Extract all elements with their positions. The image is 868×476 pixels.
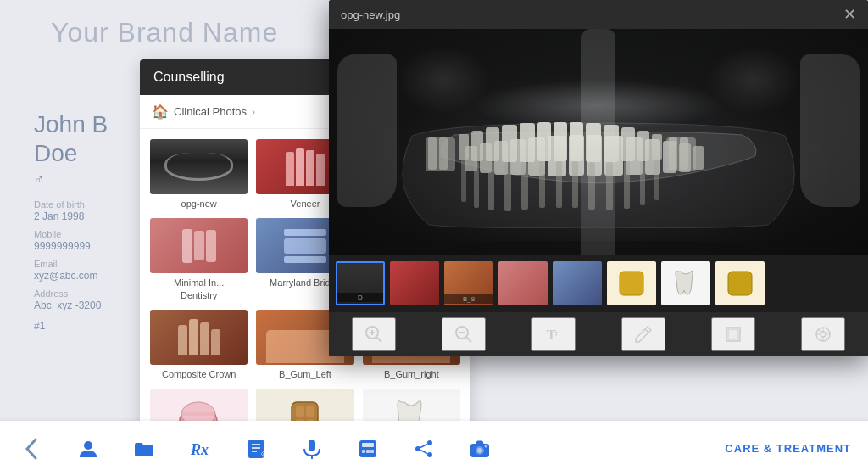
crop-icon [723, 324, 743, 344]
svg-rect-44 [521, 162, 528, 210]
grid-label-veneer: Veneer [291, 198, 320, 210]
close-button[interactable]: ✕ [843, 7, 856, 22]
patient-id: #1 [34, 320, 144, 332]
svg-rect-30 [502, 125, 517, 162]
viewer-thumb-2[interactable]: B_8 [444, 261, 493, 305]
settings-button[interactable] [801, 317, 845, 351]
svg-line-97 [420, 444, 427, 447]
grid-label-minimal: Minimal In...Dentistry [174, 277, 224, 301]
svg-rect-55 [439, 137, 448, 170]
svg-point-96 [427, 452, 432, 457]
svg-rect-5 [306, 406, 314, 417]
zoom-out-icon [453, 324, 474, 344]
patient-sidebar: John B Doe ♂ Date of birth 2 Jan 1998 Mo… [34, 110, 144, 332]
svg-text:Rx: Rx [190, 441, 209, 458]
svg-rect-90 [362, 443, 374, 447]
tooth-gold2-svg [723, 266, 757, 300]
viewer-thumb-7[interactable] [715, 261, 765, 305]
mobile-label: Mobile [34, 229, 144, 239]
svg-rect-43 [504, 162, 511, 211]
svg-rect-57 [669, 137, 677, 170]
xray-panoramic [329, 29, 868, 255]
rx-icon: Rx [189, 438, 211, 460]
rx-button[interactable]: Rx [185, 434, 215, 464]
svg-rect-49 [606, 162, 613, 210]
address-value: Abc, xyz -3200 [34, 300, 144, 311]
svg-rect-35 [586, 123, 601, 162]
svg-rect-31 [520, 123, 535, 162]
mic-button[interactable] [297, 434, 327, 464]
svg-rect-34 [570, 122, 583, 161]
thumb-label-2: B_8 [444, 294, 493, 304]
svg-line-66 [467, 338, 472, 343]
svg-rect-39 [652, 134, 662, 160]
note-button[interactable] [241, 434, 271, 464]
tooth-svg-icon [615, 266, 648, 300]
crop-button[interactable] [711, 317, 755, 351]
viewer-thumb-4[interactable] [553, 261, 602, 305]
svg-rect-93 [370, 450, 374, 453]
svg-rect-28 [471, 131, 483, 161]
viewer-toolbar: T r [329, 312, 868, 356]
home-icon[interactable]: 🏠 [152, 104, 169, 120]
calculator-icon [357, 438, 379, 460]
svg-rect-83 [248, 440, 264, 458]
grid-item-opg[interactable]: opg-new [150, 139, 248, 210]
dob-value: 2 Jan 1998 [34, 210, 144, 222]
patient-name: John B Doe [34, 110, 144, 167]
draw-button[interactable] [621, 317, 665, 351]
svg-line-70 [645, 329, 648, 333]
zoom-out-button[interactable] [442, 317, 486, 351]
svg-rect-27 [459, 134, 469, 160]
address-label: Address [34, 288, 144, 299]
viewer-thumb-3[interactable] [498, 261, 548, 305]
viewer-thumb-6[interactable] [661, 261, 710, 305]
svg-rect-59 [620, 272, 643, 295]
care-treatment-label[interactable]: CARE & TREATMENT [725, 442, 851, 455]
email-label: Email [34, 259, 144, 269]
svg-rect-50 [624, 161, 630, 209]
svg-point-81 [84, 441, 92, 450]
mic-icon [301, 438, 323, 460]
grid-label-composite: Composite Crown [162, 368, 236, 380]
svg-rect-4 [296, 406, 304, 417]
bottom-nav: Rx [0, 421, 868, 476]
share-button[interactable] [409, 434, 439, 464]
text-icon: T r [543, 324, 564, 344]
viewer-thumb-1[interactable] [390, 261, 439, 305]
folder-button[interactable] [129, 434, 159, 464]
text-button[interactable]: T r [531, 317, 576, 351]
viewer-thumb-0[interactable]: D [336, 261, 385, 305]
thumb-minimal [150, 218, 248, 273]
svg-rect-87 [309, 440, 315, 451]
back-button[interactable] [17, 434, 47, 464]
svg-rect-47 [572, 161, 578, 208]
breadcrumb-section: Clinical Photos [174, 105, 247, 118]
svg-rect-32 [537, 122, 551, 161]
calc-button[interactable] [353, 434, 383, 464]
camera-button[interactable] [465, 434, 495, 464]
viewer-thumb-5[interactable] [607, 261, 656, 305]
svg-rect-91 [362, 450, 365, 453]
svg-rect-29 [486, 127, 499, 161]
grid-label-gum-left: B_Gum_Left [279, 368, 331, 380]
image-viewer: opg-new.jpg ✕ [329, 0, 868, 356]
svg-rect-2 [182, 412, 214, 416]
aperture-icon [813, 324, 833, 344]
grid-item-composite[interactable]: Composite Crown [150, 310, 248, 380]
zoom-in-button[interactable] [352, 317, 396, 351]
svg-rect-48 [588, 162, 595, 210]
thumb-composite [150, 310, 248, 365]
share-icon [413, 438, 435, 460]
svg-rect-52 [654, 160, 659, 200]
svg-rect-51 [640, 161, 645, 205]
grid-item-minimal[interactable]: Minimal In...Dentistry [150, 218, 248, 301]
patient-svg-icon [77, 438, 99, 460]
patient-icon[interactable] [73, 434, 103, 464]
grid-label-gum-right: B_Gum_right [384, 368, 439, 380]
svg-rect-38 [637, 131, 649, 161]
svg-line-98 [420, 450, 427, 453]
svg-rect-33 [554, 122, 567, 161]
zoom-in-icon [364, 324, 384, 344]
svg-rect-36 [604, 125, 619, 162]
